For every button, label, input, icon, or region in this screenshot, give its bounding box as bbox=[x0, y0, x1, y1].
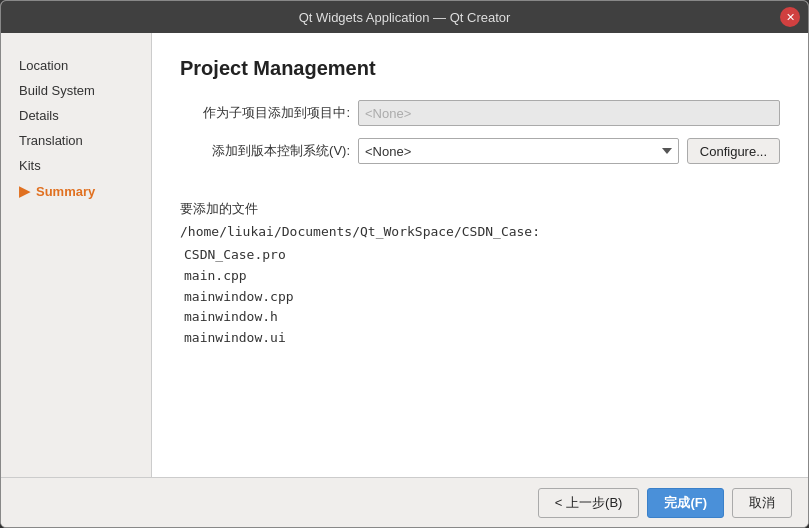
vcs-controls: <None> Configure... bbox=[358, 138, 780, 164]
sidebar-item-summary[interactable]: ▶ Summary bbox=[1, 178, 151, 204]
sidebar-item-location[interactable]: Location bbox=[1, 53, 151, 78]
page-title: Project Management bbox=[180, 57, 780, 80]
sidebar-item-translation[interactable]: Translation bbox=[1, 128, 151, 153]
close-button[interactable]: ✕ bbox=[780, 7, 800, 27]
add-subproject-placeholder: <None> bbox=[365, 106, 411, 121]
list-item: CSDN_Case.pro bbox=[184, 245, 780, 266]
add-subproject-row: 作为子项目添加到项目中: <None> bbox=[180, 100, 780, 126]
sidebar-item-label: Build System bbox=[19, 83, 95, 98]
window-title: Qt Widgets Application — Qt Creator bbox=[299, 10, 511, 25]
body: Location Build System Details Translatio… bbox=[1, 33, 808, 477]
main-window: Qt Widgets Application — Qt Creator ✕ Lo… bbox=[0, 0, 809, 528]
add-vcs-row: 添加到版本控制系统(V): <None> Configure... bbox=[180, 138, 780, 164]
sidebar-item-build-system[interactable]: Build System bbox=[1, 78, 151, 103]
list-item: mainwindow.cpp bbox=[184, 287, 780, 308]
list-item: main.cpp bbox=[184, 266, 780, 287]
sidebar-item-label: Location bbox=[19, 58, 68, 73]
files-title: 要添加的文件 bbox=[180, 200, 780, 218]
sidebar: Location Build System Details Translatio… bbox=[1, 33, 151, 477]
add-vcs-label: 添加到版本控制系统(V): bbox=[180, 142, 350, 160]
file-list: CSDN_Case.pro main.cpp mainwindow.cpp ma… bbox=[180, 245, 780, 349]
list-item: mainwindow.h bbox=[184, 307, 780, 328]
sidebar-item-label: Summary bbox=[36, 184, 95, 199]
vcs-select[interactable]: <None> bbox=[358, 138, 679, 164]
sidebar-item-label: Translation bbox=[19, 133, 83, 148]
vcs-select-wrapper: <None> bbox=[358, 138, 679, 164]
list-item: mainwindow.ui bbox=[184, 328, 780, 349]
titlebar: Qt Widgets Application — Qt Creator ✕ bbox=[1, 1, 808, 33]
file-path: /home/liukai/Documents/Qt_WorkSpace/CSDN… bbox=[180, 224, 780, 239]
sidebar-item-kits[interactable]: Kits bbox=[1, 153, 151, 178]
finish-button[interactable]: 完成(F) bbox=[647, 488, 724, 518]
configure-button[interactable]: Configure... bbox=[687, 138, 780, 164]
main-content: Project Management 作为子项目添加到项目中: <None> 添… bbox=[151, 33, 808, 477]
cancel-button[interactable]: 取消 bbox=[732, 488, 792, 518]
sidebar-item-details[interactable]: Details bbox=[1, 103, 151, 128]
back-button[interactable]: < 上一步(B) bbox=[538, 488, 640, 518]
active-arrow-icon: ▶ bbox=[19, 183, 30, 199]
file-section: 要添加的文件 /home/liukai/Documents/Qt_WorkSpa… bbox=[180, 200, 780, 461]
add-subproject-label: 作为子项目添加到项目中: bbox=[180, 104, 350, 122]
footer: < 上一步(B) 完成(F) 取消 bbox=[1, 477, 808, 527]
add-subproject-input: <None> bbox=[358, 100, 780, 126]
sidebar-item-label: Details bbox=[19, 108, 59, 123]
sidebar-item-label: Kits bbox=[19, 158, 41, 173]
